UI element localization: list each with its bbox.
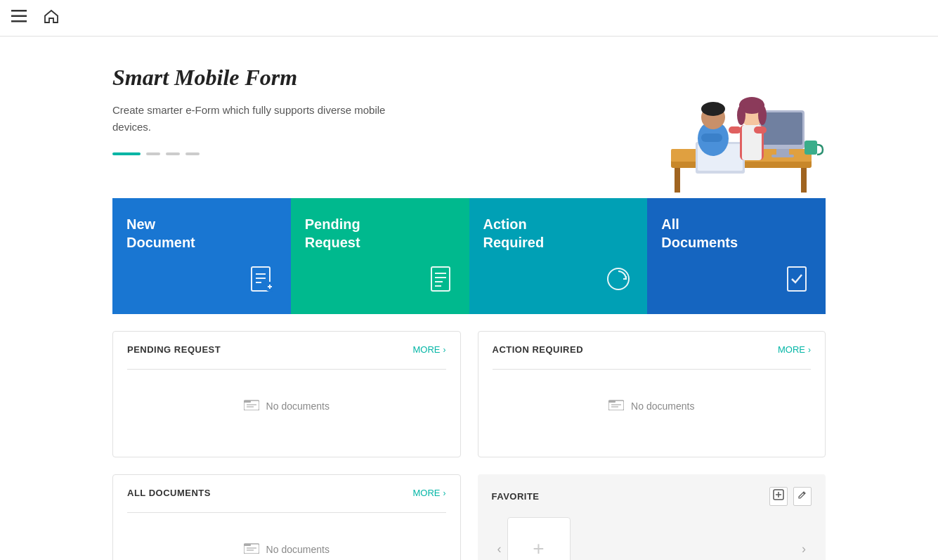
pending-no-doc-text: No documents [266,401,330,412]
nav-card-all-documents[interactable]: AllDocuments [647,198,826,314]
action-no-documents: No documents [493,384,812,428]
nav-card-action-label: ActionRequired [483,215,634,252]
pending-request-more[interactable]: MORE › [413,344,446,355]
pending-request-header: PENDING REQUEST MORE › [127,344,446,355]
hero-title: Smart Mobile Form [112,65,629,91]
favorite-items: + [507,517,797,560]
favorite-section: FAVORITE [478,474,826,560]
favorite-edit-button[interactable] [793,487,812,506]
pending-divider [127,369,446,370]
all-documents-title: ALL DOCUMENTS [127,488,211,498]
fav-add-plus-icon: + [533,538,544,560]
hero-subtitle: Create smarter e-Form which fully suppor… [112,102,408,136]
action-no-doc-icon [608,398,624,414]
favorite-content: ‹ + › [492,517,812,560]
nav-card-new-document[interactable]: NewDocument [112,198,291,314]
all-documents-section: ALL DOCUMENTS MORE › [112,474,461,560]
nav-card-pending-label: PendingRequest [305,215,455,252]
hero-text: Smart Mobile Form Create smarter e-Form … [112,58,629,155]
svg-rect-11 [805,141,817,155]
dot-4[interactable] [185,152,200,155]
action-required-icon [604,264,633,300]
all-docs-no-doc-text: No documents [266,544,330,555]
all-docs-more-chevron: › [443,488,446,498]
action-required-more[interactable]: MORE › [778,344,811,355]
action-required-header: ACTION REQUIRED MORE › [493,344,812,355]
nav-cards: NewDocument PendingRequest [112,198,826,314]
svg-rect-49 [608,401,615,403]
nav-card-new-document-label: NewDocument [126,215,277,252]
all-documents-more[interactable]: MORE › [413,488,446,498]
pending-no-doc-icon [244,398,259,414]
favorite-actions [769,487,812,506]
pending-request-icon [426,264,455,300]
svg-rect-4 [675,168,680,193]
svg-rect-0 [11,10,27,12]
hero-dots [112,152,629,155]
svg-rect-1 [11,15,27,18]
pending-no-documents: No documents [127,384,446,428]
nav-card-all-docs-label: AllDocuments [661,215,812,252]
dashboard-left: PENDING REQUEST MORE › [112,331,461,560]
dot-1[interactable] [112,152,141,155]
svg-rect-45 [244,544,251,546]
pending-more-chevron: › [443,345,446,355]
svg-point-24 [701,102,725,116]
new-document-icon [247,264,277,300]
svg-rect-33 [431,267,450,291]
all-documents-icon [782,264,812,300]
svg-rect-8 [761,112,802,145]
svg-rect-10 [771,155,794,157]
action-divider [493,369,812,370]
svg-rect-41 [244,401,251,403]
action-no-doc-text: No documents [631,401,694,412]
dashboard: PENDING REQUEST MORE › [112,331,826,560]
svg-point-16 [737,105,745,125]
action-required-title: ACTION REQUIRED [493,344,584,355]
pending-request-section: PENDING REQUEST MORE › [112,331,461,457]
all-docs-no-documents: No documents [127,527,446,560]
header [0,0,938,37]
svg-rect-20 [729,126,741,134]
dot-3[interactable] [166,152,180,155]
home-icon[interactable] [44,9,59,27]
svg-rect-21 [754,126,767,134]
svg-rect-2 [11,20,27,22]
favorite-item-add[interactable]: + [507,517,571,560]
svg-point-17 [758,105,767,125]
dot-2[interactable] [146,152,160,155]
pending-request-title: PENDING REQUEST [127,344,221,355]
hero-illustration [629,58,826,198]
action-required-section: ACTION REQUIRED MORE › [478,331,826,457]
all-docs-no-doc-icon [244,541,259,557]
svg-rect-25 [701,134,722,142]
nav-card-action-required[interactable]: ActionRequired [469,198,648,314]
menu-icon[interactable] [11,10,27,26]
favorite-header: FAVORITE [492,487,812,506]
favorite-add-button[interactable] [769,487,788,506]
hero-section: Smart Mobile Form Create smarter e-Form … [112,37,826,198]
favorite-title: FAVORITE [492,491,540,502]
all-docs-divider [127,512,446,513]
svg-rect-39 [788,267,806,291]
svg-rect-5 [801,168,807,193]
nav-card-pending-request[interactable]: PendingRequest [291,198,469,314]
dashboard-right: ACTION REQUIRED MORE › [478,331,826,560]
favorite-next-button[interactable]: › [796,536,812,561]
favorite-prev-button[interactable]: ‹ [492,536,507,561]
action-more-chevron: › [808,345,811,355]
all-documents-header: ALL DOCUMENTS MORE › [127,488,446,498]
